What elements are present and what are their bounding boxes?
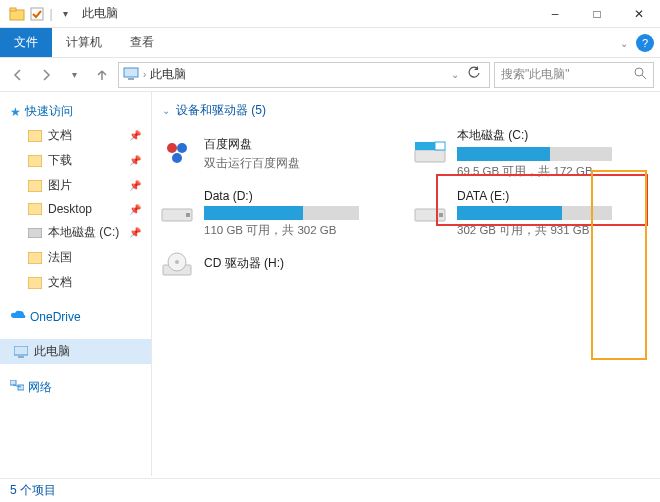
- svg-rect-13: [28, 277, 42, 289]
- tab-computer[interactable]: 计算机: [52, 28, 116, 57]
- qat-dropdown-icon[interactable]: ▾: [56, 5, 74, 23]
- address-dropdown-icon[interactable]: ⌄: [451, 69, 459, 80]
- collapse-icon[interactable]: ⌄: [162, 105, 170, 116]
- drive-icon: [413, 197, 447, 231]
- drive-name: 百度网盘: [204, 136, 385, 156]
- sidebar-item-label: 图片: [48, 177, 72, 194]
- section-header-devices[interactable]: ⌄ 设备和驱动器 (5): [160, 98, 652, 127]
- maximize-button[interactable]: □: [576, 0, 618, 28]
- quick-access-header[interactable]: ★ 快速访问: [0, 100, 151, 123]
- ribbon-tabs: 文件 计算机 查看 ⌄ ?: [0, 28, 660, 58]
- drive-name: Data (D:): [204, 189, 385, 206]
- back-button[interactable]: [6, 63, 30, 87]
- search-placeholder: 搜索"此电脑": [501, 66, 570, 83]
- folder-icon: [28, 154, 42, 168]
- tab-file[interactable]: 文件: [0, 28, 52, 57]
- refresh-button[interactable]: [463, 66, 485, 83]
- drive-icon: [28, 226, 42, 240]
- pin-icon: 📌: [129, 227, 141, 238]
- drive-c[interactable]: 本地磁盘 (C:) 69.5 GB 可用，共 172 GB: [413, 127, 638, 179]
- nav-sidebar: ★ 快速访问 文档 📌 下载 📌 图片 📌 Desktop 📌: [0, 92, 152, 476]
- thispc-label: 此电脑: [34, 343, 70, 360]
- monitor-icon: [14, 345, 28, 359]
- breadcrumb[interactable]: 此电脑: [150, 66, 447, 83]
- drive-e[interactable]: DATA (E:) 302 GB 可用，共 931 GB: [413, 189, 638, 238]
- drive-cd[interactable]: CD 驱动器 (H:): [160, 248, 385, 282]
- sidebar-item-label: 本地磁盘 (C:): [48, 224, 119, 241]
- sidebar-item-documents[interactable]: 文档 📌: [0, 123, 151, 148]
- sidebar-item-label: Desktop: [48, 202, 92, 216]
- network-header[interactable]: 网络: [0, 376, 151, 399]
- svg-point-5: [635, 68, 643, 76]
- chevron-right-icon[interactable]: ›: [143, 69, 146, 80]
- drive-subtitle: 302 GB 可用，共 931 GB: [457, 223, 638, 238]
- window-title: 此电脑: [74, 5, 118, 22]
- explorer-icon: [8, 5, 26, 23]
- pin-icon: 📌: [129, 155, 141, 166]
- search-box[interactable]: 搜索"此电脑": [494, 62, 654, 88]
- onedrive-header[interactable]: OneDrive: [0, 307, 151, 327]
- svg-rect-9: [28, 180, 42, 192]
- svg-rect-14: [14, 346, 28, 355]
- svg-rect-24: [435, 142, 445, 150]
- sidebar-item-france[interactable]: 法国: [0, 245, 151, 270]
- sidebar-item-thispc[interactable]: 此电脑: [0, 339, 151, 364]
- forward-button[interactable]: [34, 63, 58, 87]
- close-button[interactable]: ✕: [618, 0, 660, 28]
- quick-access-toolbar: | ▾: [0, 5, 74, 23]
- qat-divider: |: [48, 5, 54, 23]
- history-dropdown[interactable]: ▾: [62, 63, 86, 87]
- ribbon-expand-icon[interactable]: ⌄: [620, 38, 628, 49]
- network-icon: [10, 380, 24, 395]
- star-icon: ★: [10, 105, 21, 119]
- navigation-row: ▾ › 此电脑 ⌄ 搜索"此电脑": [0, 58, 660, 92]
- up-button[interactable]: [90, 63, 114, 87]
- svg-rect-11: [28, 228, 42, 238]
- qat-checkbox-icon[interactable]: [28, 5, 46, 23]
- pin-icon: 📌: [129, 180, 141, 191]
- content-pane: ⌄ 设备和驱动器 (5) 百度网盘 双击运行百度网盘: [152, 92, 660, 476]
- svg-rect-4: [128, 78, 134, 80]
- sidebar-item-disk-c[interactable]: 本地磁盘 (C:) 📌: [0, 220, 151, 245]
- network-label: 网络: [28, 379, 52, 396]
- svg-point-20: [177, 143, 187, 153]
- help-icon[interactable]: ?: [636, 34, 654, 52]
- sidebar-item-pictures[interactable]: 图片 📌: [0, 173, 151, 198]
- svg-rect-7: [28, 130, 42, 142]
- svg-point-21: [172, 153, 182, 163]
- drive-d[interactable]: Data (D:) 110 GB 可用，共 302 GB: [160, 189, 385, 238]
- minimize-button[interactable]: –: [534, 0, 576, 28]
- tab-view[interactable]: 查看: [116, 28, 168, 57]
- sidebar-item-downloads[interactable]: 下载 📌: [0, 148, 151, 173]
- thispc-icon: [123, 67, 139, 83]
- sidebar-item-label: 文档: [48, 274, 72, 291]
- drive-subtitle: 110 GB 可用，共 302 GB: [204, 223, 385, 238]
- sidebar-item-desktop[interactable]: Desktop 📌: [0, 198, 151, 220]
- drive-baidu[interactable]: 百度网盘 双击运行百度网盘: [160, 127, 385, 179]
- breadcrumb-label[interactable]: 此电脑: [150, 66, 186, 83]
- quick-access-label: 快速访问: [25, 103, 73, 120]
- usage-bar: [457, 147, 612, 161]
- drive-name: 本地磁盘 (C:): [457, 127, 638, 147]
- baidu-icon: [160, 136, 194, 170]
- svg-rect-22: [415, 150, 445, 162]
- folder-icon: [28, 251, 42, 265]
- window-controls: – □ ✕: [534, 0, 660, 28]
- svg-rect-1: [10, 8, 16, 11]
- pin-icon: 📌: [129, 130, 141, 141]
- svg-rect-17: [18, 385, 24, 390]
- usage-bar: [457, 206, 612, 220]
- svg-rect-12: [28, 252, 42, 264]
- search-icon[interactable]: [634, 67, 647, 83]
- address-bar[interactable]: › 此电脑 ⌄: [118, 62, 490, 88]
- svg-rect-28: [439, 213, 443, 217]
- title-bar: | ▾ 此电脑 – □ ✕: [0, 0, 660, 28]
- drive-name: DATA (E:): [457, 189, 638, 206]
- svg-point-31: [175, 260, 179, 264]
- sidebar-item-documents-2[interactable]: 文档: [0, 270, 151, 295]
- svg-rect-26: [186, 213, 190, 217]
- drive-subtitle: 69.5 GB 可用，共 172 GB: [457, 164, 638, 179]
- sidebar-item-label: 下载: [48, 152, 72, 169]
- sidebar-item-label: 法国: [48, 249, 72, 266]
- usage-bar: [204, 206, 359, 220]
